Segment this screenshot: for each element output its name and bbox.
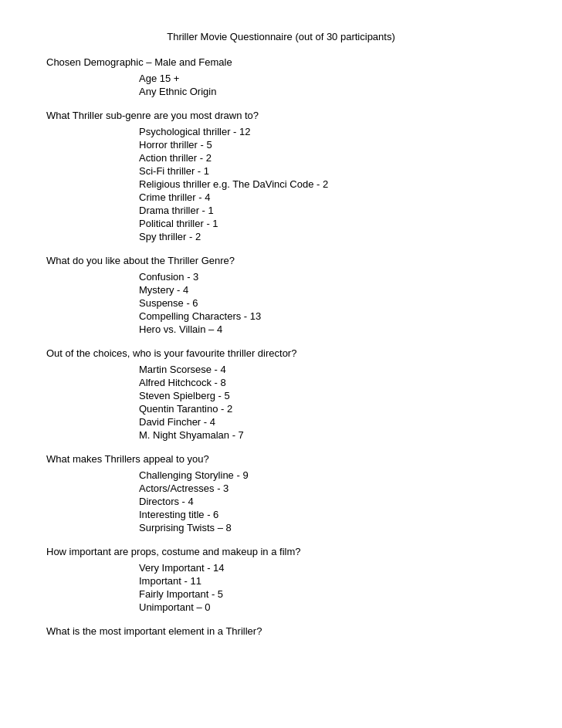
section-4: How important are props, costume and mak…: [46, 546, 516, 613]
answer-item-4-2: Fairly Important - 5: [139, 588, 516, 600]
answer-item-0-3: Sci-Fi thriller - 1: [139, 165, 516, 177]
answers-1: Confusion - 3Mystery - 4Suspense - 6Comp…: [46, 271, 516, 335]
question-4: How important are props, costume and mak…: [46, 546, 516, 557]
answer-item-1-4: Hero vs. Villain – 4: [139, 323, 516, 335]
answer-item-3-3: Interesting title - 6: [139, 509, 516, 520]
answer-item-2-0: Martin Scorsese - 4: [139, 364, 516, 375]
answer-item-4-1: Important - 11: [139, 575, 516, 587]
answers-2: Martin Scorsese - 4Alfred Hitchcock - 8S…: [46, 364, 516, 441]
answer-item-0-4: Religious thriller e.g. The DaVinci Code…: [139, 178, 516, 190]
answer-item-3-1: Actors/Actresses - 3: [139, 483, 516, 494]
page-title: Thriller Movie Questionnaire (out of 30 …: [46, 31, 516, 42]
answers-0: Psychological thriller - 12Horror thrill…: [46, 126, 516, 242]
demographic-section: Chosen Demographic – Male and Female Age…: [46, 56, 516, 97]
section-2: Out of the choices, who is your favourit…: [46, 347, 516, 441]
question-5: What is the most important element in a …: [46, 625, 516, 637]
answer-item-0-8: Spy thriller - 2: [139, 231, 516, 242]
answer-item-0-1: Horror thriller - 5: [139, 139, 516, 151]
answer-item-0-0: Psychological thriller - 12: [139, 126, 516, 137]
answer-item-0-2: Action thriller - 2: [139, 152, 516, 164]
answer-item-0-5: Crime thriller - 4: [139, 191, 516, 203]
answer-item-3-0: Challenging Storyline - 9: [139, 469, 516, 481]
answer-item-1-3: Compelling Characters - 13: [139, 310, 516, 322]
question-0: What Thriller sub-genre are you most dra…: [46, 110, 516, 121]
question-1: What do you like about the Thriller Genr…: [46, 255, 516, 266]
answers-3: Challenging Storyline - 9Actors/Actresse…: [46, 469, 516, 533]
section-0: What Thriller sub-genre are you most dra…: [46, 110, 516, 242]
section-5: What is the most important element in a …: [46, 625, 516, 637]
section-1: What do you like about the Thriller Genr…: [46, 255, 516, 335]
answers-4: Very Important - 14Important - 11Fairly …: [46, 562, 516, 613]
question-2: Out of the choices, who is your favourit…: [46, 347, 516, 359]
answer-item-4-3: Unimportant – 0: [139, 601, 516, 613]
answer-item-0-7: Political thriller - 1: [139, 218, 516, 229]
answer-item-2-1: Alfred Hitchcock - 8: [139, 377, 516, 388]
demographic-line-2: Any Ethnic Origin: [139, 86, 516, 97]
demographic-label: Chosen Demographic – Male and Female: [46, 56, 516, 68]
answer-item-0-6: Drama thriller - 1: [139, 205, 516, 216]
answer-item-3-4: Surprising Twists – 8: [139, 522, 516, 533]
section-3: What makes Thrillers appeal to you?Chall…: [46, 453, 516, 533]
answer-item-4-0: Very Important - 14: [139, 562, 516, 574]
answer-item-2-4: David Fincher - 4: [139, 416, 516, 428]
answer-item-1-1: Mystery - 4: [139, 284, 516, 296]
demographic-line-1: Age 15 +: [139, 73, 516, 84]
question-3: What makes Thrillers appeal to you?: [46, 453, 516, 465]
answer-item-2-2: Steven Spielberg - 5: [139, 390, 516, 401]
answer-item-2-5: M. Night Shyamalan - 7: [139, 429, 516, 441]
answer-item-1-2: Suspense - 6: [139, 297, 516, 309]
answer-item-2-3: Quentin Tarantino - 2: [139, 403, 516, 415]
answer-item-1-0: Confusion - 3: [139, 271, 516, 283]
answer-item-3-2: Directors - 4: [139, 496, 516, 507]
